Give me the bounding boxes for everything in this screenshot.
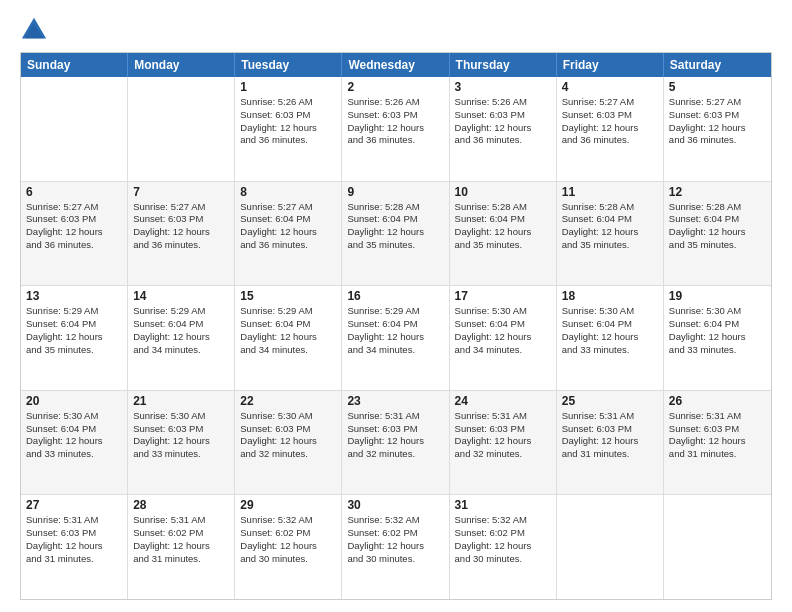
day-number: 25 [562, 394, 658, 408]
weekday-header: Monday [128, 53, 235, 77]
day-number: 18 [562, 289, 658, 303]
day-number: 28 [133, 498, 229, 512]
day-number: 27 [26, 498, 122, 512]
day-number: 5 [669, 80, 766, 94]
calendar-row: 13Sunrise: 5:29 AM Sunset: 6:04 PM Dayli… [21, 286, 771, 391]
calendar-row: 27Sunrise: 5:31 AM Sunset: 6:03 PM Dayli… [21, 495, 771, 599]
calendar-cell [557, 495, 664, 599]
weekday-header: Sunday [21, 53, 128, 77]
calendar-cell: 2Sunrise: 5:26 AM Sunset: 6:03 PM Daylig… [342, 77, 449, 181]
calendar-cell: 1Sunrise: 5:26 AM Sunset: 6:03 PM Daylig… [235, 77, 342, 181]
calendar-cell: 23Sunrise: 5:31 AM Sunset: 6:03 PM Dayli… [342, 391, 449, 495]
calendar-cell: 10Sunrise: 5:28 AM Sunset: 6:04 PM Dayli… [450, 182, 557, 286]
weekday-header: Tuesday [235, 53, 342, 77]
day-number: 16 [347, 289, 443, 303]
page: SundayMondayTuesdayWednesdayThursdayFrid… [0, 0, 792, 612]
weekday-header: Thursday [450, 53, 557, 77]
calendar-cell: 18Sunrise: 5:30 AM Sunset: 6:04 PM Dayli… [557, 286, 664, 390]
calendar-cell: 31Sunrise: 5:32 AM Sunset: 6:02 PM Dayli… [450, 495, 557, 599]
cell-info: Sunrise: 5:30 AM Sunset: 6:04 PM Dayligh… [26, 410, 122, 461]
calendar-cell: 8Sunrise: 5:27 AM Sunset: 6:04 PM Daylig… [235, 182, 342, 286]
cell-info: Sunrise: 5:27 AM Sunset: 6:03 PM Dayligh… [133, 201, 229, 252]
calendar-cell: 21Sunrise: 5:30 AM Sunset: 6:03 PM Dayli… [128, 391, 235, 495]
calendar: SundayMondayTuesdayWednesdayThursdayFrid… [20, 52, 772, 600]
cell-info: Sunrise: 5:32 AM Sunset: 6:02 PM Dayligh… [240, 514, 336, 565]
cell-info: Sunrise: 5:27 AM Sunset: 6:03 PM Dayligh… [562, 96, 658, 147]
day-number: 15 [240, 289, 336, 303]
calendar-cell: 11Sunrise: 5:28 AM Sunset: 6:04 PM Dayli… [557, 182, 664, 286]
calendar-cell [128, 77, 235, 181]
calendar-cell: 6Sunrise: 5:27 AM Sunset: 6:03 PM Daylig… [21, 182, 128, 286]
day-number: 29 [240, 498, 336, 512]
cell-info: Sunrise: 5:29 AM Sunset: 6:04 PM Dayligh… [26, 305, 122, 356]
cell-info: Sunrise: 5:27 AM Sunset: 6:03 PM Dayligh… [26, 201, 122, 252]
cell-info: Sunrise: 5:26 AM Sunset: 6:03 PM Dayligh… [455, 96, 551, 147]
logo [20, 16, 52, 44]
cell-info: Sunrise: 5:31 AM Sunset: 6:03 PM Dayligh… [26, 514, 122, 565]
logo-icon [20, 16, 48, 44]
calendar-cell: 19Sunrise: 5:30 AM Sunset: 6:04 PM Dayli… [664, 286, 771, 390]
day-number: 17 [455, 289, 551, 303]
cell-info: Sunrise: 5:31 AM Sunset: 6:03 PM Dayligh… [669, 410, 766, 461]
calendar-cell: 15Sunrise: 5:29 AM Sunset: 6:04 PM Dayli… [235, 286, 342, 390]
day-number: 23 [347, 394, 443, 408]
calendar-row: 6Sunrise: 5:27 AM Sunset: 6:03 PM Daylig… [21, 182, 771, 287]
calendar-cell: 9Sunrise: 5:28 AM Sunset: 6:04 PM Daylig… [342, 182, 449, 286]
cell-info: Sunrise: 5:30 AM Sunset: 6:03 PM Dayligh… [133, 410, 229, 461]
cell-info: Sunrise: 5:31 AM Sunset: 6:03 PM Dayligh… [455, 410, 551, 461]
day-number: 1 [240, 80, 336, 94]
day-number: 3 [455, 80, 551, 94]
day-number: 30 [347, 498, 443, 512]
weekday-header: Wednesday [342, 53, 449, 77]
calendar-cell [21, 77, 128, 181]
day-number: 14 [133, 289, 229, 303]
cell-info: Sunrise: 5:28 AM Sunset: 6:04 PM Dayligh… [562, 201, 658, 252]
calendar-row: 1Sunrise: 5:26 AM Sunset: 6:03 PM Daylig… [21, 77, 771, 182]
day-number: 20 [26, 394, 122, 408]
calendar-cell: 3Sunrise: 5:26 AM Sunset: 6:03 PM Daylig… [450, 77, 557, 181]
cell-info: Sunrise: 5:28 AM Sunset: 6:04 PM Dayligh… [455, 201, 551, 252]
calendar-header: SundayMondayTuesdayWednesdayThursdayFrid… [21, 53, 771, 77]
cell-info: Sunrise: 5:32 AM Sunset: 6:02 PM Dayligh… [347, 514, 443, 565]
weekday-header: Friday [557, 53, 664, 77]
calendar-cell: 13Sunrise: 5:29 AM Sunset: 6:04 PM Dayli… [21, 286, 128, 390]
cell-info: Sunrise: 5:29 AM Sunset: 6:04 PM Dayligh… [133, 305, 229, 356]
day-number: 13 [26, 289, 122, 303]
calendar-cell: 22Sunrise: 5:30 AM Sunset: 6:03 PM Dayli… [235, 391, 342, 495]
day-number: 4 [562, 80, 658, 94]
calendar-cell: 5Sunrise: 5:27 AM Sunset: 6:03 PM Daylig… [664, 77, 771, 181]
cell-info: Sunrise: 5:31 AM Sunset: 6:03 PM Dayligh… [347, 410, 443, 461]
day-number: 22 [240, 394, 336, 408]
calendar-cell: 7Sunrise: 5:27 AM Sunset: 6:03 PM Daylig… [128, 182, 235, 286]
day-number: 6 [26, 185, 122, 199]
day-number: 10 [455, 185, 551, 199]
calendar-cell: 4Sunrise: 5:27 AM Sunset: 6:03 PM Daylig… [557, 77, 664, 181]
cell-info: Sunrise: 5:28 AM Sunset: 6:04 PM Dayligh… [669, 201, 766, 252]
cell-info: Sunrise: 5:29 AM Sunset: 6:04 PM Dayligh… [347, 305, 443, 356]
calendar-cell: 30Sunrise: 5:32 AM Sunset: 6:02 PM Dayli… [342, 495, 449, 599]
calendar-cell: 27Sunrise: 5:31 AM Sunset: 6:03 PM Dayli… [21, 495, 128, 599]
day-number: 2 [347, 80, 443, 94]
cell-info: Sunrise: 5:31 AM Sunset: 6:03 PM Dayligh… [562, 410, 658, 461]
calendar-row: 20Sunrise: 5:30 AM Sunset: 6:04 PM Dayli… [21, 391, 771, 496]
calendar-cell: 17Sunrise: 5:30 AM Sunset: 6:04 PM Dayli… [450, 286, 557, 390]
calendar-cell: 14Sunrise: 5:29 AM Sunset: 6:04 PM Dayli… [128, 286, 235, 390]
day-number: 7 [133, 185, 229, 199]
cell-info: Sunrise: 5:30 AM Sunset: 6:04 PM Dayligh… [562, 305, 658, 356]
cell-info: Sunrise: 5:26 AM Sunset: 6:03 PM Dayligh… [347, 96, 443, 147]
day-number: 12 [669, 185, 766, 199]
cell-info: Sunrise: 5:30 AM Sunset: 6:03 PM Dayligh… [240, 410, 336, 461]
calendar-cell: 25Sunrise: 5:31 AM Sunset: 6:03 PM Dayli… [557, 391, 664, 495]
calendar-cell: 26Sunrise: 5:31 AM Sunset: 6:03 PM Dayli… [664, 391, 771, 495]
calendar-cell: 28Sunrise: 5:31 AM Sunset: 6:02 PM Dayli… [128, 495, 235, 599]
calendar-cell [664, 495, 771, 599]
day-number: 9 [347, 185, 443, 199]
cell-info: Sunrise: 5:30 AM Sunset: 6:04 PM Dayligh… [455, 305, 551, 356]
cell-info: Sunrise: 5:30 AM Sunset: 6:04 PM Dayligh… [669, 305, 766, 356]
calendar-cell: 16Sunrise: 5:29 AM Sunset: 6:04 PM Dayli… [342, 286, 449, 390]
weekday-header: Saturday [664, 53, 771, 77]
cell-info: Sunrise: 5:28 AM Sunset: 6:04 PM Dayligh… [347, 201, 443, 252]
day-number: 19 [669, 289, 766, 303]
calendar-cell: 29Sunrise: 5:32 AM Sunset: 6:02 PM Dayli… [235, 495, 342, 599]
calendar-body: 1Sunrise: 5:26 AM Sunset: 6:03 PM Daylig… [21, 77, 771, 599]
